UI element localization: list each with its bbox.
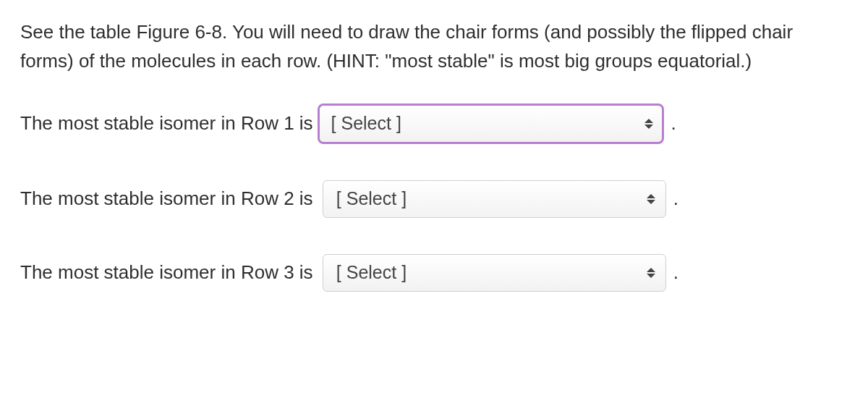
select-isomer-row-1[interactable]: [ Select ] <box>318 104 664 144</box>
select-isomer-row-3[interactable]: [ Select ] <box>323 254 666 292</box>
updown-icon <box>647 268 655 278</box>
select-value: [ Select ] <box>331 109 401 138</box>
updown-icon <box>644 119 653 129</box>
period-text: . <box>671 109 676 138</box>
question-prompt: The most stable isomer in Row 1 is <box>20 109 313 138</box>
question-prompt: The most stable isomer in Row 2 is <box>20 184 318 213</box>
select-isomer-row-2[interactable]: [ Select ] <box>323 180 666 218</box>
updown-icon <box>647 194 655 204</box>
question-row-3: The most stable isomer in Row 3 is [ Sel… <box>20 254 848 292</box>
question-row-1: The most stable isomer in Row 1 is [ Sel… <box>20 104 848 144</box>
question-prompt: The most stable isomer in Row 3 is <box>20 258 318 287</box>
select-value: [ Select ] <box>336 258 407 287</box>
period-text: . <box>673 184 678 213</box>
select-value: [ Select ] <box>336 185 407 213</box>
instructions-text: See the table Figure 6-8. You will need … <box>20 17 848 76</box>
period-text: . <box>673 258 678 287</box>
question-row-2: The most stable isomer in Row 2 is [ Sel… <box>20 180 848 218</box>
